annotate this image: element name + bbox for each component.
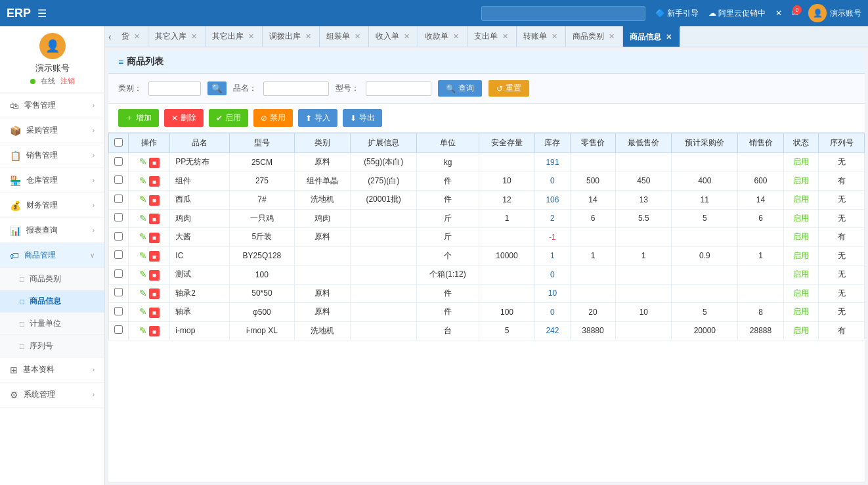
sidebar-item-report[interactable]: 📊报表查询 › xyxy=(0,218,104,243)
newbie-guide-btn[interactable]: 🔷 新手引导 xyxy=(655,8,699,19)
row-stock[interactable]: 191 xyxy=(535,153,571,172)
row-stock[interactable]: 0 xyxy=(535,303,571,322)
sidebar-item-sales[interactable]: 📋销售管理 › xyxy=(0,143,104,168)
sidebar-item-system[interactable]: ⚙系统管理 › xyxy=(0,382,104,407)
user-btn[interactable]: 👤 演示账号 xyxy=(808,4,861,22)
row-checkbox-cell[interactable] xyxy=(109,321,129,340)
row-checkbox[interactable] xyxy=(114,250,123,259)
edit-icon[interactable]: ✎ xyxy=(139,269,147,279)
tab-close-receipt[interactable]: ✕ xyxy=(452,32,460,41)
row-checkbox[interactable] xyxy=(114,232,123,241)
tab-goods-info[interactable]: 商品信息 ✕ xyxy=(623,26,680,47)
row-stock[interactable]: 1 xyxy=(535,246,571,266)
tab-close-assembly[interactable]: ✕ xyxy=(353,32,362,41)
row-checkbox-cell[interactable] xyxy=(109,228,129,247)
stock-link[interactable]: 191 xyxy=(546,158,559,167)
sidebar-item-goods-serial[interactable]: □ 序列号 xyxy=(0,335,104,358)
stock-link[interactable]: -1 xyxy=(549,233,556,242)
select-all-checkbox[interactable] xyxy=(114,138,123,147)
edit-icon[interactable]: ✎ xyxy=(139,250,147,261)
sidebar-item-basic-data[interactable]: ⊞基本资料 › xyxy=(0,358,104,382)
row-delete-btn[interactable]: ■ xyxy=(149,176,160,187)
mail-btn[interactable]: ✉ 0 xyxy=(792,9,798,18)
row-checkbox-cell[interactable] xyxy=(109,303,129,322)
edit-icon[interactable]: ✎ xyxy=(139,231,147,242)
enable-btn[interactable]: ✔ 启用 xyxy=(209,109,248,127)
tab-other-in[interactable]: 其它入库 ✕ xyxy=(148,26,206,47)
header-search-input[interactable] xyxy=(481,6,645,21)
edit-icon[interactable]: ✎ xyxy=(139,194,147,204)
row-delete-btn[interactable]: ■ xyxy=(149,158,160,168)
sidebar-item-warehouse[interactable]: 🏪仓库管理 › xyxy=(0,168,104,193)
row-stock[interactable]: 106 xyxy=(535,191,571,210)
tab-close-other-out[interactable]: ✕ xyxy=(247,32,255,41)
row-delete-btn[interactable]: ■ xyxy=(149,195,160,206)
row-delete-btn[interactable]: ■ xyxy=(149,233,160,243)
row-checkbox[interactable] xyxy=(114,307,123,315)
row-stock[interactable]: 0 xyxy=(535,266,571,285)
stock-link[interactable]: 0 xyxy=(550,308,555,317)
tab-prev-arrow[interactable]: ‹ xyxy=(105,26,115,47)
row-checkbox-cell[interactable] xyxy=(109,246,129,266)
menu-icon[interactable]: ☰ xyxy=(37,7,47,20)
edit-icon[interactable]: ✎ xyxy=(139,213,147,223)
tab-close-transfer2[interactable]: ✕ xyxy=(550,32,559,41)
model-input[interactable] xyxy=(366,81,431,96)
reset-btn[interactable]: ↺ 重置 xyxy=(488,80,529,97)
row-checkbox-cell[interactable] xyxy=(109,153,129,172)
row-delete-btn[interactable]: ■ xyxy=(149,326,160,336)
edit-icon[interactable]: ✎ xyxy=(139,156,147,167)
row-checkbox[interactable] xyxy=(114,269,123,278)
category-search-btn[interactable]: 🔍 xyxy=(207,81,227,95)
row-stock[interactable]: 10 xyxy=(535,284,571,303)
row-checkbox[interactable] xyxy=(114,288,123,296)
disable-btn[interactable]: ⊘ 禁用 xyxy=(253,109,293,127)
import-btn[interactable]: ⬆ 导入 xyxy=(298,109,337,127)
tab-close-other-in[interactable]: ✕ xyxy=(190,32,198,41)
search-btn[interactable]: 🔍 查询 xyxy=(438,80,482,97)
close-btn[interactable]: ✕ xyxy=(775,9,782,18)
tab-close-transfer[interactable]: ✕ xyxy=(304,32,313,41)
tab-goods-cat[interactable]: 商品类别 ✕ xyxy=(566,26,623,47)
tab-income[interactable]: 收入单 ✕ xyxy=(369,26,418,47)
tab-close-goods-info[interactable]: ✕ xyxy=(664,33,673,41)
tab-assembly[interactable]: 组装单 ✕ xyxy=(320,26,369,47)
sidebar-item-finance[interactable]: 💰财务管理 › xyxy=(0,193,104,218)
edit-icon[interactable]: ✎ xyxy=(139,306,147,317)
stock-link[interactable]: 106 xyxy=(546,195,559,204)
row-delete-btn[interactable]: ■ xyxy=(149,270,160,281)
row-checkbox-cell[interactable] xyxy=(109,209,129,228)
row-stock[interactable]: 0 xyxy=(535,172,571,191)
row-stock[interactable]: 242 xyxy=(535,321,571,340)
stock-link[interactable]: 10 xyxy=(548,289,557,298)
row-delete-btn[interactable]: ■ xyxy=(149,289,160,299)
row-delete-btn[interactable]: ■ xyxy=(149,308,160,318)
row-checkbox[interactable] xyxy=(114,195,123,203)
stock-link[interactable]: 0 xyxy=(550,176,555,185)
tab-close-income[interactable]: ✕ xyxy=(402,32,411,41)
tab-close-goods[interactable]: ✕ xyxy=(133,32,141,41)
sidebar-item-goods-info[interactable]: □ 商品信息 xyxy=(0,290,104,313)
export-btn[interactable]: ⬇ 导出 xyxy=(343,109,382,127)
logout-btn[interactable]: 注销 xyxy=(60,76,75,86)
row-stock[interactable]: -1 xyxy=(535,228,571,247)
tab-close-goods-cat[interactable]: ✕ xyxy=(607,32,616,41)
tab-close-payment[interactable]: ✕ xyxy=(501,32,510,41)
add-btn[interactable]: ＋ 增加 xyxy=(118,109,159,127)
stock-link[interactable]: 2 xyxy=(550,214,555,223)
aliyun-promo-btn[interactable]: ☁ 阿里云促销中 xyxy=(708,8,766,19)
row-delete-btn[interactable]: ■ xyxy=(149,214,160,224)
tab-transfer[interactable]: 调拨出库 ✕ xyxy=(263,26,320,47)
tab-goods[interactable]: 货 ✕ xyxy=(115,26,148,47)
sidebar-item-retail[interactable]: 🛍零售管理 › xyxy=(0,93,104,118)
row-checkbox[interactable] xyxy=(114,157,123,166)
row-checkbox[interactable] xyxy=(114,325,123,334)
stock-link[interactable]: 0 xyxy=(550,270,555,279)
row-delete-btn[interactable]: ■ xyxy=(149,251,160,262)
tab-payment[interactable]: 支出单 ✕ xyxy=(467,26,517,47)
row-checkbox[interactable] xyxy=(114,175,123,184)
tab-transfer2[interactable]: 转账单 ✕ xyxy=(517,26,566,47)
sidebar-item-goods-unit[interactable]: □ 计量单位 xyxy=(0,313,104,335)
delete-btn[interactable]: ✕ 删除 xyxy=(164,109,204,127)
sidebar-item-purchase[interactable]: 📦采购管理 › xyxy=(0,118,104,143)
